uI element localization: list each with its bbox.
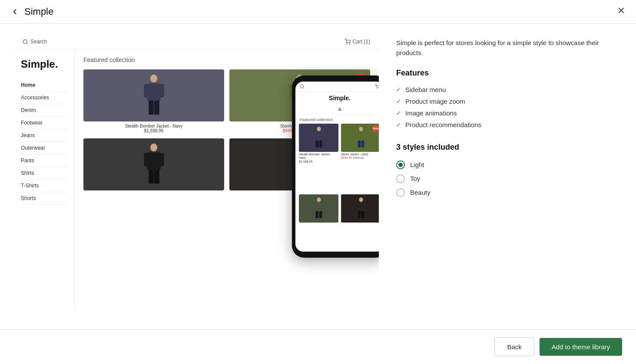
- svg-rect-23: [154, 170, 159, 184]
- svg-rect-49: [322, 203, 325, 210]
- svg-point-52: [359, 197, 363, 202]
- sidebar-item-shirts: Shirts: [21, 167, 67, 180]
- sidebar-item-outerwear: Outerwear: [21, 142, 67, 154]
- add-to-library-button[interactable]: Add to theme library: [540, 338, 622, 356]
- svg-point-34: [317, 127, 321, 131]
- svg-point-6: [150, 75, 157, 82]
- style-label-toy: Toy: [410, 175, 420, 182]
- product-price: $1,599.95: [83, 128, 224, 133]
- svg-rect-37: [322, 132, 325, 139]
- check-icon: ✓: [396, 121, 401, 128]
- phone-product-card: [299, 194, 338, 252]
- svg-point-2: [23, 39, 27, 43]
- svg-rect-56: [358, 211, 361, 219]
- check-icon: ✓: [396, 98, 401, 105]
- svg-rect-42: [355, 132, 358, 139]
- svg-rect-20: [144, 153, 149, 167]
- svg-rect-22: [149, 170, 154, 184]
- sidebar-item-denim: Denim: [21, 104, 67, 117]
- collection-title: Featured collection: [83, 56, 370, 63]
- store-search: Search: [23, 39, 47, 45]
- styles-title: 3 styles included: [396, 143, 622, 152]
- product-card: [83, 138, 224, 193]
- back-icon-button[interactable]: [10, 7, 19, 16]
- feature-item: ✓ Sidebar menu: [396, 84, 622, 95]
- info-panel: Simple is perfect for stores looking for…: [396, 34, 622, 311]
- svg-rect-21: [159, 153, 164, 167]
- svg-line-31: [303, 88, 304, 89]
- phone-product-card: Sale Storm Jacket - Olive $949.95 $999.9…: [341, 124, 379, 192]
- radio-beauty[interactable]: [396, 188, 405, 197]
- close-button[interactable]: [617, 6, 626, 17]
- feature-item: ✓ Product image zoom: [396, 95, 622, 107]
- svg-rect-8: [144, 84, 149, 98]
- svg-rect-11: [154, 101, 159, 115]
- theme-description: Simple is perfect for stores looking for…: [396, 38, 622, 58]
- sidebar-item-home: Home: [21, 79, 67, 92]
- radio-inner-light: [398, 163, 403, 167]
- header: Simple: [0, 0, 636, 24]
- product-name: Stealth Bomber Jacket - Navy: [83, 124, 224, 128]
- page-title: Simple: [24, 6, 53, 17]
- feature-label: Product image zoom: [405, 98, 465, 105]
- sidebar-item-footwear: Footwear: [21, 117, 67, 129]
- mobile-preview: Simple. ≡ Featured collection: [292, 75, 379, 258]
- phone-product-card: [341, 194, 379, 252]
- phone-brand: Simple.: [295, 92, 379, 104]
- store-brand: Simple.: [21, 58, 67, 70]
- svg-rect-43: [364, 132, 367, 139]
- svg-line-3: [26, 43, 27, 44]
- svg-rect-9: [159, 84, 164, 98]
- style-option-toy[interactable]: Toy: [396, 172, 622, 186]
- sidebar-item-shorts: Shorts: [21, 192, 67, 205]
- phone-hamburger-icon: ≡: [295, 104, 379, 115]
- svg-rect-48: [313, 203, 315, 210]
- sidebar-item-tshirts: T-Shirts: [21, 180, 67, 192]
- svg-rect-38: [315, 141, 318, 148]
- svg-point-46: [317, 197, 321, 202]
- svg-point-40: [359, 127, 363, 131]
- phone-collection-title: Featured collection: [295, 115, 379, 124]
- check-icon: ✓: [396, 86, 401, 93]
- cart-label: Cart (1): [352, 39, 370, 45]
- main-content: Search Cart (1) Simple. Home Accessories: [0, 24, 636, 321]
- svg-rect-35: [315, 131, 323, 141]
- style-label-beauty: Beauty: [410, 189, 431, 196]
- svg-rect-45: [361, 141, 364, 148]
- svg-rect-57: [361, 211, 364, 219]
- features-title: Features: [396, 69, 622, 78]
- svg-rect-50: [315, 211, 318, 219]
- feature-label: Image animations: [405, 109, 457, 117]
- feature-item: ✓ Image animations: [396, 107, 622, 119]
- feature-label: Sidebar menu: [405, 86, 446, 93]
- feature-item: ✓ Product recommendations: [396, 119, 622, 131]
- svg-rect-44: [358, 141, 361, 148]
- store-nav: Search Cart (1): [14, 34, 379, 49]
- style-option-light[interactable]: Light: [396, 158, 622, 172]
- style-option-beauty[interactable]: Beauty: [396, 186, 622, 200]
- svg-rect-39: [319, 141, 322, 148]
- svg-rect-7: [147, 83, 160, 101]
- check-icon: ✓: [396, 110, 401, 116]
- radio-light[interactable]: [396, 161, 405, 169]
- sidebar-item-pants: Pants: [21, 154, 67, 167]
- sidebar-item-jeans: Jeans: [21, 129, 67, 142]
- svg-rect-54: [355, 203, 358, 210]
- feature-list: ✓ Sidebar menu ✓ Product image zoom ✓ Im…: [396, 84, 622, 131]
- svg-rect-36: [313, 132, 315, 139]
- svg-rect-19: [147, 152, 160, 170]
- svg-point-4: [347, 44, 347, 44]
- svg-point-32: [377, 88, 377, 89]
- svg-point-5: [349, 44, 350, 44]
- store-sidebar: Simple. Home Accessories Denim Footwear …: [14, 49, 75, 311]
- footer: Back Add to theme library: [0, 329, 636, 364]
- store-products: Featured collection: [75, 49, 379, 311]
- radio-toy[interactable]: [396, 174, 405, 183]
- svg-rect-41: [357, 131, 365, 141]
- phone-product-card: Stealth Bomber Jacket - Navy $1,599.95: [299, 124, 338, 192]
- back-button[interactable]: Back: [494, 338, 534, 356]
- svg-rect-47: [315, 203, 323, 212]
- svg-point-18: [150, 144, 157, 151]
- svg-rect-10: [149, 101, 154, 115]
- product-card: Stealth Bomber Jacket - Navy $1,599.95: [83, 69, 224, 133]
